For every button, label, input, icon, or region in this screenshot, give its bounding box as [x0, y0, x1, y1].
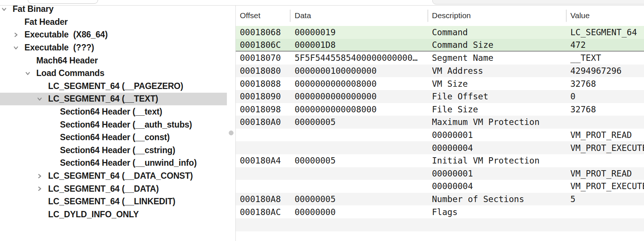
tree-item-lc-segment-64-linkedit[interactable]: LC_SEGMENT_64 (__LINKEDIT)	[0, 195, 227, 208]
chevron-right-icon[interactable]	[13, 32, 19, 37]
data-cell: 0000000100000000	[290, 65, 427, 77]
tree-item-label: LC_SEGMENT_64 (__DATA)	[48, 184, 159, 194]
tree-item-label: Section64 Header (__auth_stubs)	[60, 120, 192, 130]
tree-item-label: Fat Binary	[13, 4, 53, 14]
tree-item-label: Section64 Header (__text)	[60, 107, 162, 117]
chevron-right-icon[interactable]	[37, 186, 42, 191]
value-cell	[566, 154, 644, 167]
description-cell: VM Size	[427, 77, 566, 90]
column-header-offset[interactable]: Offset	[236, 5, 290, 26]
chevron-right-icon[interactable]	[37, 174, 42, 179]
offset-cell: 00018068	[236, 26, 290, 39]
description-cell: File Offset	[427, 90, 566, 103]
description-cell: File Size	[427, 103, 566, 116]
table-row-00018090[interactable]: 000180900000000000000000File Offset0	[236, 90, 644, 103]
table-row-000180a4[interactable]: 000180A400000005Initial VM Protection	[236, 154, 644, 167]
data-cell: 0000000000000000	[290, 90, 427, 103]
offset-cell	[236, 129, 290, 142]
data-cell: 00000005	[290, 193, 427, 206]
tree-item-label: Load Commands	[36, 68, 104, 78]
tree-item-executable[interactable]: Executable (???)	[0, 41, 227, 54]
chevron-down-icon[interactable]	[1, 7, 7, 12]
data-cell: 00000019	[290, 26, 427, 39]
data-cell	[290, 180, 427, 193]
table-header-row: OffsetDataDescriptionValue	[236, 5, 644, 26]
tree-item-lc-segment-64-data[interactable]: LC_SEGMENT_64 (__DATA)	[0, 182, 227, 195]
data-cell	[290, 231, 427, 241]
table-row[interactable]: 00000001VM_PROT_READ	[236, 129, 644, 142]
value-cell	[566, 116, 644, 129]
data-cell: 000001D8	[290, 39, 427, 51]
chevron-down-icon[interactable]	[37, 96, 42, 102]
table-row[interactable]: 00000001VM_PROT_READ	[236, 167, 644, 180]
data-cell: 0000000000008000	[290, 103, 427, 116]
chevron-down-icon[interactable]	[13, 45, 19, 50]
table-row-0001806c[interactable]: 0001806C000001D8Command Size472	[236, 39, 644, 52]
tree-item-label: LC_SEGMENT_64 (__LINKEDIT)	[48, 197, 175, 207]
value-cell: VM_PROT_EXECUTE	[566, 180, 644, 193]
value-cell	[566, 218, 644, 231]
offset-cell	[236, 218, 290, 231]
chevron-down-icon[interactable]	[25, 71, 30, 76]
value-cell: 4294967296	[566, 65, 644, 77]
value-cell: 32768	[566, 103, 644, 116]
table-row-000180a0[interactable]: 000180A000000005Maximum VM Protection	[236, 116, 644, 129]
offset-cell	[236, 180, 290, 193]
tree-item-label: LC_SEGMENT_64 (__PAGEZERO)	[48, 81, 183, 91]
table-row[interactable]	[236, 231, 644, 241]
tree-item-executable-x86-64[interactable]: Executable (X86_64)	[0, 29, 227, 42]
toolbar-strip	[0, 0, 644, 6]
data-cell	[290, 129, 427, 142]
value-cell: LC_SEGMENT_64	[566, 26, 644, 39]
table-row-00018080[interactable]: 000180800000000100000000VM Address429496…	[236, 65, 644, 77]
column-header-description[interactable]: Description	[427, 5, 566, 26]
value-cell	[566, 205, 644, 218]
column-header-data[interactable]: Data	[290, 5, 427, 26]
data-cell	[290, 167, 427, 180]
value-cell: __TEXT	[566, 52, 644, 65]
description-cell	[427, 218, 566, 231]
offset-cell	[236, 167, 290, 180]
pane-splitter-handle[interactable]	[229, 131, 234, 135]
description-cell: Maximum VM Protection	[427, 116, 566, 129]
tree-item-lc-segment-64-data-const[interactable]: LC_SEGMENT_64 (__DATA_CONST)	[0, 169, 227, 182]
tree-item-label: Executable (X86_64)	[24, 30, 108, 40]
tree-item-lc-dyld-info-only[interactable]: LC_DYLD_INFO_ONLY	[0, 208, 227, 221]
tree-item-load-commands[interactable]: Load Commands	[0, 67, 227, 80]
tree-item-section64-header-const[interactable]: Section64 Header (__const)	[0, 131, 227, 144]
tree-item-label: LC_DYLD_INFO_ONLY	[48, 209, 139, 219]
toolbar-search-field-fragment[interactable]	[432, 0, 644, 4]
toolbar-control-fragment[interactable]	[28, 0, 98, 4]
description-cell	[427, 231, 566, 241]
description-cell: Segment Name	[427, 52, 566, 65]
tree-item-label: Fat Header	[24, 17, 68, 27]
tree-item-section64-header-unwind-info[interactable]: Section64 Header (__unwind_info)	[0, 157, 227, 170]
tree-item-label: Section64 Header (__unwind_info)	[60, 158, 197, 168]
tree-item-fat-header[interactable]: Fat Header	[0, 16, 227, 29]
description-cell: Flags	[427, 205, 566, 218]
description-cell: 00000001	[427, 167, 566, 180]
table-row[interactable]: 00000004VM_PROT_EXECUTE	[236, 180, 644, 193]
offset-cell: 000180A0	[236, 116, 290, 129]
value-cell: VM_PROT_READ	[566, 129, 644, 142]
data-cell: 0000000000008000	[290, 77, 427, 90]
table-row-00018068[interactable]: 0001806800000019CommandLC_SEGMENT_64	[236, 26, 644, 39]
table-row[interactable]: 00000004VM_PROT_EXECUTE	[236, 141, 644, 154]
tree-item-section64-header-text[interactable]: Section64 Header (__text)	[0, 105, 227, 118]
tree-item-mach64-header[interactable]: Mach64 Header	[0, 54, 227, 67]
table-row-00018088[interactable]: 000180880000000000008000VM Size32768	[236, 77, 644, 90]
column-header-value[interactable]: Value	[566, 5, 644, 26]
tree-item-section64-header-auth-stubs[interactable]: Section64 Header (__auth_stubs)	[0, 118, 227, 131]
table-row-000180ac[interactable]: 000180AC00000000Flags	[236, 205, 644, 218]
tree-item-label: Mach64 Header	[36, 56, 98, 66]
description-cell: 00000004	[427, 141, 566, 154]
tree-item-lc-segment-64-pagezero[interactable]: LC_SEGMENT_64 (__PAGEZERO)	[0, 80, 227, 93]
data-cell: 00000005	[290, 154, 427, 167]
table-row-00018098[interactable]: 000180980000000000008000File Size32768	[236, 103, 644, 116]
table-row-000180a8[interactable]: 000180A800000005Number of Sections5	[236, 193, 644, 206]
offset-cell: 00018080	[236, 65, 290, 77]
table-row-00018070[interactable]: 000180705F5F5445585400000000000…Segment …	[236, 52, 644, 65]
tree-item-lc-segment-64-text[interactable]: LC_SEGMENT_64 (__TEXT)	[0, 93, 227, 106]
tree-item-section64-header-cstring[interactable]: Section64 Header (__cstring)	[0, 144, 227, 157]
table-row[interactable]	[236, 218, 644, 231]
